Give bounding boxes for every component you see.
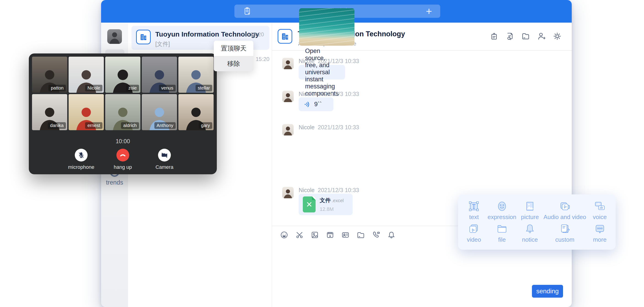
video-panel-icon: [468, 223, 479, 234]
send-button[interactable]: sending: [532, 285, 563, 298]
camera-button[interactable]: Camera: [151, 149, 178, 170]
video-tile: gary: [178, 94, 214, 130]
hang-up-icon: [120, 152, 126, 159]
video-call-overlay: patton Nicole zoie venus stellar danika …: [29, 53, 217, 174]
attach-item-more[interactable]: more: [593, 223, 606, 243]
hang-up-button[interactable]: hang up: [109, 149, 136, 170]
attach-item-text[interactable]: text: [468, 201, 479, 221]
camera-muted-icon: [161, 152, 168, 159]
group-avatar: [136, 30, 151, 44]
text-icon: [468, 201, 479, 212]
video-tile: zoie: [105, 57, 140, 93]
video-tile: Anthony: [142, 94, 177, 130]
file-icon[interactable]: [356, 231, 365, 239]
note-icon[interactable]: [243, 7, 252, 16]
video-tile: aldrich: [105, 94, 140, 130]
video-tile: danika: [32, 94, 67, 130]
excel-file-icon: ✕: [303, 196, 316, 212]
notice-bell-icon[interactable]: [387, 231, 396, 239]
avatar[interactable]: [282, 58, 294, 69]
video-tile: ernest: [68, 94, 104, 130]
emoji-icon[interactable]: [280, 231, 288, 239]
group-file-icon[interactable]: [522, 32, 530, 40]
message-time: 2021/12/3 10:33: [318, 91, 359, 97]
settings-gear-icon[interactable]: [553, 32, 562, 40]
contact-card-icon[interactable]: [341, 231, 350, 239]
picture-panel-icon: [524, 201, 535, 212]
file-panel-icon: [496, 223, 508, 234]
message-time: 2021/12/3 10:33: [318, 124, 359, 130]
file-card[interactable]: ✕ 文件 .excel 12.8M: [299, 194, 353, 215]
attach-item-video[interactable]: video: [467, 223, 481, 243]
building-icon: [280, 32, 289, 41]
attach-item-audio-video[interactable]: Audio and video: [544, 201, 586, 221]
file-ext: .excel: [332, 198, 344, 203]
video-tile: stellar: [178, 57, 214, 93]
audio-video-icon: [560, 201, 570, 212]
add-member-icon[interactable]: [537, 32, 546, 40]
avatar[interactable]: [282, 91, 294, 102]
group-notice-icon[interactable]: [490, 32, 498, 40]
picture-icon[interactable]: [310, 231, 319, 239]
expression-icon: [496, 201, 508, 212]
conversation-time: 15:20: [254, 56, 270, 62]
attach-panel: text expression Audio and video picture …: [458, 194, 616, 250]
attach-item-voice[interactable]: voice: [593, 201, 607, 221]
microphone-button[interactable]: microphone: [68, 149, 95, 170]
custom-panel-icon: [560, 223, 570, 234]
sender-name: Nicole: [299, 187, 314, 193]
menu-item-remove[interactable]: 移除: [214, 56, 254, 71]
trends-label: trends: [101, 179, 128, 186]
voice-bubble[interactable]: 9``: [299, 97, 334, 111]
context-menu: 置顶聊天 移除: [214, 41, 254, 71]
video-tile: patton: [32, 57, 67, 93]
attach-item-notice[interactable]: notice: [522, 223, 538, 243]
group-avatar: [278, 29, 292, 44]
avatar[interactable]: [282, 187, 294, 198]
attach-item-expression[interactable]: expression: [488, 201, 516, 221]
sender-name: Nicole: [299, 91, 314, 97]
mic-muted-icon: [78, 152, 84, 159]
call-icon[interactable]: [372, 231, 380, 239]
video-tile: Nicole: [68, 57, 104, 93]
conversation-time: 15:20: [250, 31, 264, 38]
notice-panel-icon: [524, 223, 535, 234]
message-time: 2021/12/3 10:33: [318, 187, 359, 193]
call-timer: 10:00: [32, 138, 214, 145]
attach-item-picture[interactable]: Audio and video picture: [521, 201, 539, 221]
screenshot-scissors-icon[interactable]: [295, 231, 304, 239]
video-clip-icon[interactable]: [326, 231, 334, 239]
attach-item-custom[interactable]: custom: [555, 223, 574, 243]
voice-panel-icon: [594, 201, 605, 212]
file-name: 文件: [320, 197, 331, 203]
conversation-title: Tuoyun Information Technology: [155, 30, 259, 38]
building-icon: [139, 33, 148, 41]
video-tile: venus: [142, 57, 177, 93]
participant-grid: patton Nicole zoie venus stellar danika …: [32, 57, 214, 130]
menu-item-pin-chat[interactable]: 置顶聊天: [214, 41, 254, 56]
more-panel-icon: [594, 223, 605, 234]
voice-duration: 9``: [314, 101, 322, 108]
plus-icon[interactable]: +: [426, 7, 432, 16]
file-size: 12.8M: [320, 206, 344, 212]
image-message-beach[interactable]: [299, 8, 354, 46]
text-bubble: Open source, free, and universal instant…: [299, 65, 345, 79]
sender-name: Nicole: [299, 124, 314, 130]
voice-wave-icon: [304, 101, 311, 108]
conversation-preview: [文件]: [155, 40, 170, 48]
user-avatar[interactable]: [107, 29, 122, 44]
chat-record-search-icon[interactable]: [506, 32, 514, 40]
avatar[interactable]: [282, 124, 294, 135]
attach-item-file[interactable]: file: [496, 223, 508, 243]
